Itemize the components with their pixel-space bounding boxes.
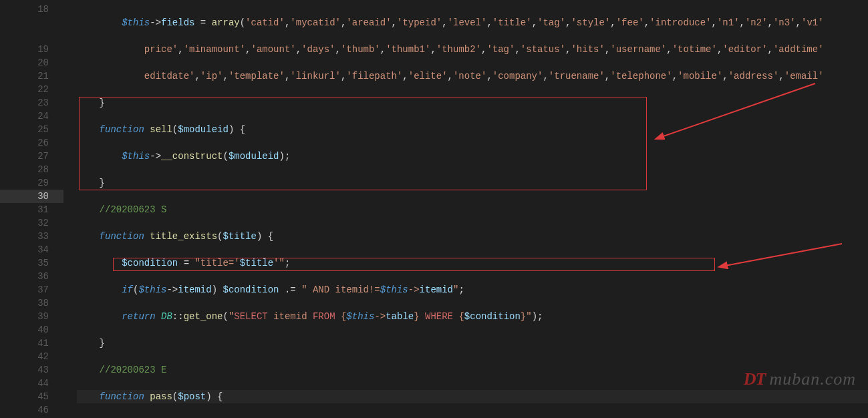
line-number: 35 [0,256,63,270]
line-number: 39 [0,310,63,323]
code-editor[interactable]: 18 1920212223242526272829303132333435363… [0,0,868,418]
line-number: 45 [0,390,63,403]
code-line: $this->fields = array('catid','mycatid',… [77,16,868,29]
line-number: 18 [0,3,63,16]
line-number: 30 [0,190,63,203]
line-number: 19 [0,43,63,56]
line-number: 38 [0,296,63,310]
code-line: $this->__construct($moduleid); [77,150,868,163]
line-number: 46 [0,403,63,417]
code-line: return DB::get_one("SELECT itemid FROM {… [77,310,868,323]
line-number: 40 [0,323,63,337]
line-number: 25 [0,123,63,136]
line-number: 27 [0,150,63,163]
line-number: 28 [0,163,63,176]
line-number: 42 [0,350,63,363]
line-number: 20 [0,56,63,69]
code-line: } [77,176,868,190]
code-line: price','minamount','amount','days','thum… [77,43,868,56]
code-line: //20200623 E [77,363,868,377]
line-number: 44 [0,377,63,390]
line-number: 41 [0,337,63,350]
line-number: 26 [0,136,63,150]
line-number-wrap [0,29,63,43]
line-number: 32 [0,216,63,230]
line-number: 43 [0,363,63,377]
line-number: 22 [0,83,63,96]
line-number: 36 [0,270,63,283]
line-number-gutter: 18 1920212223242526272829303132333435363… [0,0,63,418]
line-number: 29 [0,176,63,190]
code-line: function pass($post) { [77,390,868,403]
line-number: 34 [0,243,63,256]
code-line: } [77,337,868,350]
line-number: 33 [0,230,63,243]
code-line: //20200623 S [77,203,868,216]
code-area[interactable]: $this->fields = array('catid','mycatid',… [63,0,868,418]
code-line: function title_exists($title) { [77,230,868,243]
code-line: editdate','ip','template','linkurl','fil… [77,69,868,83]
line-number-wrap [0,16,63,29]
code-line: function sell($moduleid) { [77,123,868,136]
line-number: 24 [0,110,63,123]
line-number: 31 [0,203,63,216]
code-line: $condition = "title='$title'"; [77,256,868,270]
code-line: } [77,96,868,110]
line-number: 21 [0,69,63,83]
code-line: if($this->itemid) $condition .= " AND it… [77,283,868,296]
line-number: 23 [0,96,63,110]
line-number: 37 [0,283,63,296]
